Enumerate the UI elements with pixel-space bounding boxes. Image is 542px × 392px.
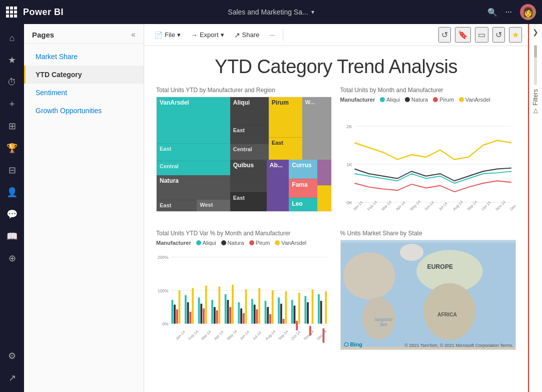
svg-text:Dec-14: Dec-14 (509, 200, 516, 212)
tm-s1[interactable] (317, 160, 331, 185)
tm-right-column: Aliqui East Central (230, 97, 332, 211)
legend-vanarsdel: VanArsdel (459, 97, 490, 103)
sidebar-item-settings[interactable]: ⚙ (2, 346, 22, 366)
star-button[interactable]: ★ (509, 27, 522, 43)
svg-rect-40 (225, 294, 227, 324)
more-button[interactable]: ··· (505, 8, 512, 17)
filters-chevron-icon[interactable]: ❯ (532, 28, 538, 36)
bar-legend-pirum: Pirum (249, 240, 270, 246)
refresh-button[interactable]: ↺ (492, 27, 505, 43)
tm-fama[interactable]: Fama (289, 179, 317, 198)
svg-rect-65 (304, 296, 306, 323)
tm-quibus[interactable]: Quibus (230, 160, 267, 192)
avatar[interactable]: 👩 (520, 4, 536, 20)
sidebar-item-recent[interactable]: ⏱ (2, 72, 22, 92)
sidebar-item-create[interactable]: + (2, 94, 22, 114)
svg-text:Apr-14: Apr-14 (395, 200, 406, 211)
more-options-button[interactable]: ··· (265, 29, 279, 41)
tm-w[interactable]: W... (302, 97, 332, 160)
bookmark-button[interactable]: 🔖 (455, 27, 471, 43)
tm-aliqui-group: Aliqui East Central (230, 97, 269, 160)
sidebar: Pages « Market Share YTD Category Sentim… (24, 24, 144, 392)
apps-grid-icon[interactable] (6, 7, 17, 18)
tm-pirum-east[interactable]: East (269, 137, 302, 160)
sidebar-item-chat[interactable]: 💬 (2, 204, 22, 224)
toolbar-right: ↺ 🔖 ▭ ↺ ★ (438, 27, 522, 43)
file-button[interactable]: 📄 File ▾ (150, 29, 185, 41)
svg-rect-53 (267, 307, 269, 323)
treemap-container[interactable]: VanArsdel East Central Natura (156, 97, 332, 212)
tm-vanarsdel-central[interactable]: Central (157, 161, 230, 175)
svg-rect-48 (251, 299, 253, 323)
svg-text:Jan-14: Jan-14 (352, 200, 363, 212)
sidebar-item-sentiment[interactable]: Sentiment (24, 84, 144, 102)
tm-natura-west[interactable]: West (197, 200, 230, 211)
tm-ab-group: Ab... (267, 160, 289, 211)
filters-label[interactable]: ▽ Filters (532, 89, 539, 115)
sidebar-item-people[interactable]: 👤 (2, 182, 22, 202)
scrollbar[interactable] (534, 45, 537, 85)
export-icon: → (191, 31, 198, 39)
tm-aliqui-central[interactable]: Central (230, 144, 269, 160)
bar-chart-area[interactable]: 200% 100% 0% (156, 250, 332, 352)
svg-rect-43 (232, 285, 234, 324)
svg-rect-24 (171, 300, 173, 324)
svg-rect-33 (200, 304, 202, 324)
report-area[interactable]: YTD Category Trend Analysis Total Units … (144, 46, 528, 392)
tm-currus[interactable]: Currus (289, 160, 317, 178)
export-chevron-icon: ▾ (221, 31, 224, 39)
svg-rect-58 (283, 319, 285, 324)
sidebar-item-expand[interactable]: ↗ (2, 368, 22, 388)
export-button[interactable]: → Export ▾ (187, 29, 228, 41)
filters-panel[interactable]: ❯ ▽ Filters (528, 24, 542, 392)
sidebar-item-workspaces[interactable]: ⊕ (2, 248, 22, 268)
tm-quibus-group: Quibus East (230, 160, 267, 211)
map-container[interactable]: EUROPE AFRICA Sargasso Sea ⬡ Bing © 2021… (340, 240, 516, 350)
sidebar-item-goals[interactable]: 🏆 (2, 138, 22, 158)
line-chart-panel: Total Units by Month and Manufacturer Ma… (340, 87, 516, 222)
tm-s2[interactable] (317, 185, 331, 211)
sidebar-collapse-button[interactable]: « (131, 30, 136, 39)
svg-text:Dec-14: Dec-14 (316, 329, 328, 341)
svg-text:Aug-14: Aug-14 (452, 200, 464, 212)
tm-pirum-main[interactable]: Pirum (269, 97, 302, 137)
treemap-title: Total Units YTD by Manufacturer and Regi… (156, 87, 332, 94)
tm-quibus-east[interactable]: East (230, 192, 267, 211)
line-chart-container[interactable]: 2K 1K 0K Jan-14 (340, 107, 516, 222)
legend-pirum: Pirum (433, 97, 454, 103)
map-background: EUROPE AFRICA Sargasso Sea ⬡ Bing © 2021… (341, 240, 516, 349)
sidebar-item-market-share[interactable]: Market Share (24, 48, 144, 66)
tm-vanarsdel-east[interactable]: East (157, 143, 230, 161)
scrollbar-thumb[interactable] (534, 45, 537, 58)
charts-grid: Total Units YTD by Manufacturer and Regi… (156, 87, 516, 352)
svg-rect-47 (245, 289, 247, 323)
svg-rect-66 (307, 302, 309, 324)
share-button[interactable]: ↗ Share (230, 29, 264, 41)
view-button[interactable]: ▭ (475, 27, 488, 43)
svg-text:Jul-14: Jul-14 (437, 201, 448, 212)
tm-vanarsdel-main[interactable]: VanArsdel (157, 97, 230, 143)
sidebar-item-growth-opportunities[interactable]: Growth Opportunities (24, 102, 144, 120)
top-bar: Power BI Sales and Marketing Sa... ▾ 🔍 ·… (0, 0, 542, 24)
undo-button[interactable]: ↺ (438, 27, 451, 43)
toolbar: 📄 File ▾ → Export ▾ ↗ Share ··· ↺ 🔖 ▭ ↺ … (144, 24, 528, 46)
tm-leo[interactable]: Leo (289, 198, 317, 211)
title-chevron-icon[interactable]: ▾ (311, 9, 314, 16)
sidebar-item-home[interactable]: ⌂ (2, 28, 22, 48)
sidebar-item-favorites[interactable]: ★ (2, 50, 22, 70)
sidebar-item-ytd-category[interactable]: YTD Category (24, 66, 144, 84)
tm-aliqui-east[interactable]: East (230, 125, 269, 143)
line-chart-legend: Manufacturer Aliqui Natura Pirum (340, 97, 516, 103)
sidebar-item-metrics[interactable]: ⊟ (2, 160, 22, 180)
sidebar-item-learn[interactable]: 📖 (2, 226, 22, 246)
svg-rect-39 (218, 286, 220, 323)
sidebar-item-apps[interactable]: ⊞ (2, 116, 22, 136)
tm-aliqui-main[interactable]: Aliqui (230, 97, 269, 125)
tm-natura[interactable]: Natura (157, 175, 230, 199)
tm-natura-east[interactable]: East (157, 200, 197, 211)
tm-ab[interactable]: Ab... (267, 160, 289, 211)
svg-rect-41 (227, 300, 229, 324)
map-svg: EUROPE AFRICA Sargasso Sea (341, 240, 516, 349)
search-button[interactable]: 🔍 (487, 8, 497, 17)
svg-rect-36 (211, 300, 213, 324)
